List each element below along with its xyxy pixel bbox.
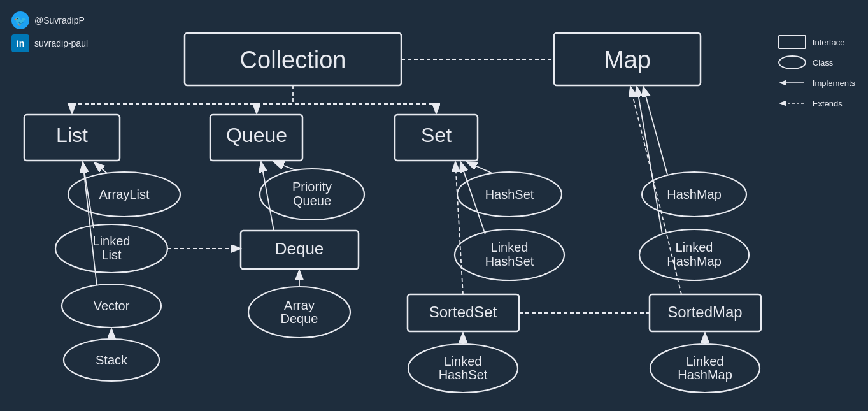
linkedhashmap-label1: Linked — [676, 240, 713, 254]
priorityqueue-label1: Priority — [292, 180, 332, 194]
deque-to-queue — [261, 162, 274, 231]
queue-label: Queue — [226, 124, 287, 147]
sortedmap-label: SortedMap — [667, 303, 742, 321]
sortedset-label: SortedSet — [429, 303, 497, 321]
arraylist-to-list — [94, 162, 107, 173]
collection-label: Collection — [240, 47, 346, 73]
stack-label: Stack — [96, 353, 128, 367]
linkedhashmap2-label1: Linked — [687, 354, 724, 368]
priorityqueue-label2: Queue — [293, 194, 331, 208]
sortedset-to-set — [455, 162, 463, 294]
arraylist-label: ArrayList — [99, 187, 150, 201]
hashmap-label: HashMap — [667, 187, 722, 201]
linkedlist-label2: List — [101, 248, 122, 262]
linkedhashset-to-set — [460, 162, 485, 234]
hashset-to-set — [467, 162, 492, 173]
linkedhashset2-label2: HashSet — [439, 368, 488, 382]
map-label: Map — [604, 47, 651, 73]
linkedlist-label1: Linked — [93, 234, 131, 248]
main-diagram: Collection Map List Queue Set — [0, 0, 868, 411]
hashset-label: HashSet — [485, 187, 534, 201]
list-label: List — [56, 124, 88, 147]
linkedhashmap2-label2: HashMap — [678, 368, 732, 382]
vector-label: Vector — [94, 299, 130, 313]
linkedhashset-label1: Linked — [491, 240, 529, 254]
deque-label: Deque — [275, 239, 324, 258]
pq-to-queue — [274, 162, 295, 170]
set-label: Set — [421, 124, 452, 147]
linkedhashset-label2: HashSet — [485, 254, 534, 268]
arraydeque-label2: Deque — [281, 312, 318, 326]
hashmap-to-map — [643, 87, 667, 175]
diagram-container: 🐦 @SuvradipP in suvradip-paul Interface … — [0, 0, 868, 411]
linkedhashset2-label1: Linked — [445, 354, 482, 368]
vector-to-list — [83, 162, 97, 285]
arraydeque-label1: Array — [284, 298, 315, 312]
